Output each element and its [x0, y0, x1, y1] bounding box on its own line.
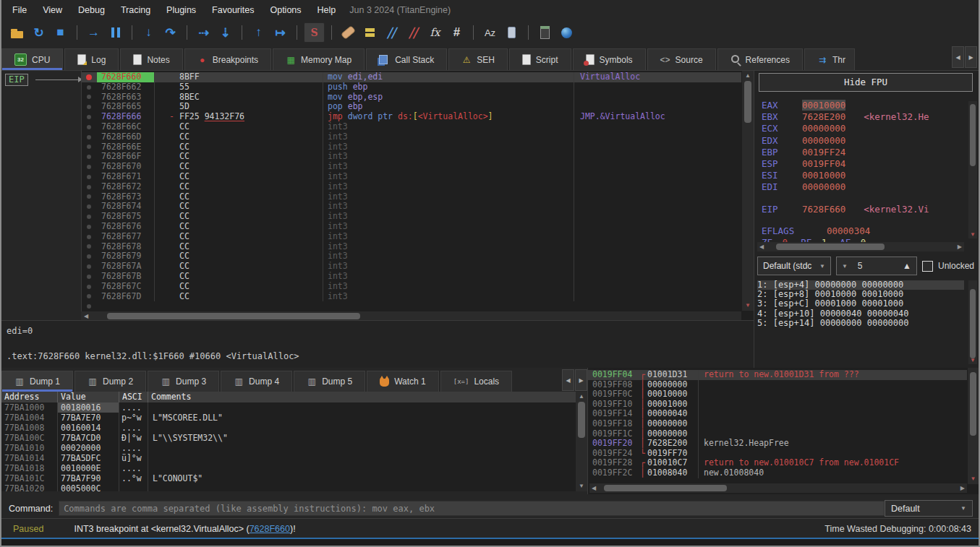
row-dot[interactable]: [87, 145, 91, 149]
disasm-row[interactable]: 7628F665 5Dpop ebp: [81, 102, 741, 112]
dump-row[interactable]: 77BA101000020000....: [1, 443, 576, 453]
tab-memory-map[interactable]: ▦Memory Map: [273, 48, 365, 70]
tab-scroll-left-icon[interactable]: ◀: [952, 46, 964, 68]
dump-tab-watch-1[interactable]: Watch 1: [367, 371, 439, 392]
stack-row[interactable]: 0019FF18│00000000: [588, 419, 967, 429]
disasm-row[interactable]: 7628F677 CCint3: [81, 232, 741, 242]
register-row[interactable]: EIP7628F660<kernel32.Vi: [762, 204, 964, 215]
calling-convention-select[interactable]: Default (stdc ▼: [757, 257, 831, 275]
row-dot[interactable]: [87, 225, 91, 229]
disasm-row[interactable]: 7628F67D CCint3: [81, 292, 741, 302]
row-dot[interactable]: [87, 135, 91, 139]
dump-row[interactable]: 77BA10180010000E....: [1, 463, 576, 473]
dump-tab-locals[interactable]: [x=]Locals: [440, 371, 512, 392]
row-dot[interactable]: [87, 115, 91, 119]
stack-row[interactable]: 0019FF10│00001000: [588, 400, 967, 410]
disasm-row[interactable]: 7628F66F CCint3: [81, 152, 741, 162]
disasm-row[interactable]: 7628F675 CCint3: [81, 212, 741, 222]
dump-tab-dump-3[interactable]: ▥Dump 3: [148, 371, 219, 392]
row-dot[interactable]: [87, 85, 91, 90]
tab-source[interactable]: <>Source: [647, 48, 716, 70]
disasm-row[interactable]: 7628F67A CCint3: [81, 262, 741, 272]
stack-row[interactable]: 0019FF08│00000000: [588, 380, 967, 390]
stack-row[interactable]: 0019FF14│00000040: [588, 409, 967, 419]
animate-into-icon[interactable]: ⇢: [194, 23, 213, 42]
trace-hash-icon[interactable]: #: [447, 23, 466, 42]
dump-row[interactable]: 77BA10200005000C: [1, 483, 576, 491]
row-dot[interactable]: [87, 194, 91, 199]
tab-notes[interactable]: Notes: [120, 48, 182, 70]
disasm-row[interactable]: 7628F66C CCint3: [81, 122, 741, 132]
stack-row[interactable]: 0019FF1C│00000000: [588, 429, 967, 439]
restart-icon[interactable]: ↻: [29, 23, 48, 42]
arguments-vscrollbar[interactable]: ▼: [968, 280, 977, 364]
disasm-row[interactable]: 7628F671 CCint3: [81, 172, 741, 182]
disasm-row[interactable]: 7628F67C CCint3: [81, 282, 741, 292]
argument-row[interactable]: 4: [esp+10] 00000040 00000040: [757, 309, 964, 319]
label-icon[interactable]: ╱╱: [382, 23, 401, 42]
row-dot[interactable]: [87, 105, 91, 109]
stack-row[interactable]: 0019FF2C│01008040new.01008040: [588, 468, 967, 478]
tab-cpu[interactable]: 32CPU: [1, 48, 63, 70]
open-folder-icon[interactable]: [7, 23, 27, 42]
dump-row[interactable]: 77BA100C77BA7CD0Ð|°wL"\\SYSTEM32\\": [1, 433, 576, 443]
argument-count-spinner[interactable]: ▼ 5 ▲: [836, 257, 917, 275]
highlight-icon[interactable]: ╱╱: [404, 23, 423, 42]
function-fx-icon[interactable]: fx: [425, 23, 445, 42]
row-dot[interactable]: [87, 285, 91, 289]
attach-phone-icon[interactable]: [502, 23, 521, 42]
tab-log[interactable]: Log: [64, 48, 119, 70]
tab-script[interactable]: Script: [509, 48, 571, 70]
disasm-row[interactable]: 7628F66E CCint3: [81, 142, 741, 152]
stop-icon[interactable]: ■: [51, 23, 70, 42]
tab-references[interactable]: References: [717, 48, 803, 70]
dump-row[interactable]: 77BA100800160014....: [1, 423, 576, 433]
dump-tab-dump-4[interactable]: ▥Dump 4: [221, 371, 292, 392]
menu-favourites[interactable]: Favourites: [204, 2, 262, 18]
register-row[interactable]: ESP0019FF04: [762, 158, 964, 170]
step-over-icon[interactable]: ↷: [161, 23, 180, 42]
disasm-row[interactable]: 7628F666-FF25 94132F76jmp dword ptr ds:[…: [81, 112, 741, 122]
register-row[interactable]: EFLAGS00000304: [762, 225, 964, 237]
dump-header-address[interactable]: Address: [1, 392, 58, 402]
disasm-row[interactable]: 7628F670 CCint3: [81, 162, 741, 172]
disasm-row[interactable]: 7628F672 CCint3: [81, 182, 741, 192]
registers-vscrollbar[interactable]: ▼: [968, 101, 977, 238]
dump-tab-scroll-icon[interactable]: ▶: [575, 369, 587, 391]
menu-file[interactable]: File: [4, 2, 35, 18]
menu-options[interactable]: Options: [262, 2, 309, 18]
assemble-az-icon[interactable]: Az: [480, 23, 500, 42]
row-dot[interactable]: [87, 165, 91, 169]
dump-row[interactable]: 77BA101C77BA7F90..°wL"CONOUT$": [1, 473, 576, 483]
disasm-row[interactable]: 7628F660 8BFFmov edi,ediVirtualAlloc: [81, 72, 741, 82]
register-row[interactable]: EBP0019FF24: [762, 147, 964, 158]
stack-row[interactable]: 0019FF24└0019FF70: [588, 449, 967, 459]
menu-help[interactable]: Help: [310, 2, 344, 18]
disasm-row[interactable]: 7628F673 CCint3: [81, 192, 741, 202]
patch-icon[interactable]: [338, 23, 358, 42]
dump-tab-scroll-icon[interactable]: ◀: [562, 369, 574, 391]
tab-scroll-right-icon[interactable]: ▶: [965, 46, 977, 68]
register-row[interactable]: EAX00010000: [762, 100, 964, 111]
row-dot[interactable]: [87, 244, 91, 249]
row-dot[interactable]: [87, 155, 91, 159]
dump-tab-dump-1[interactable]: ▥Dump 1: [1, 371, 73, 392]
internet-globe-icon[interactable]: [557, 23, 576, 42]
dump-row[interactable]: 77BA101477BA5DFCü]°w: [1, 453, 576, 463]
menu-view[interactable]: View: [35, 2, 70, 18]
menu-plugins[interactable]: Plugins: [158, 2, 204, 18]
command-input[interactable]: [59, 501, 885, 516]
tab-symbols[interactable]: Symbols: [573, 48, 646, 70]
row-dot[interactable]: [87, 95, 91, 99]
register-row[interactable]: EBX7628E200<kernel32.He: [762, 111, 964, 123]
register-row[interactable]: ECX00000000: [762, 123, 964, 134]
disasm-row[interactable]: 7628F674 CCint3: [81, 202, 741, 212]
dump-header-asci[interactable]: ASCI: [119, 392, 148, 402]
row-dot[interactable]: [87, 175, 91, 179]
disasm-row[interactable]: 7628F678 CCint3: [81, 242, 741, 252]
comment-icon[interactable]: [360, 23, 380, 42]
calculator-icon[interactable]: [535, 23, 555, 42]
row-dot[interactable]: [87, 215, 91, 219]
skip-next-instruction-icon[interactable]: S: [304, 22, 325, 43]
stack-row[interactable]: 0019FF0C│00010000: [588, 389, 967, 400]
